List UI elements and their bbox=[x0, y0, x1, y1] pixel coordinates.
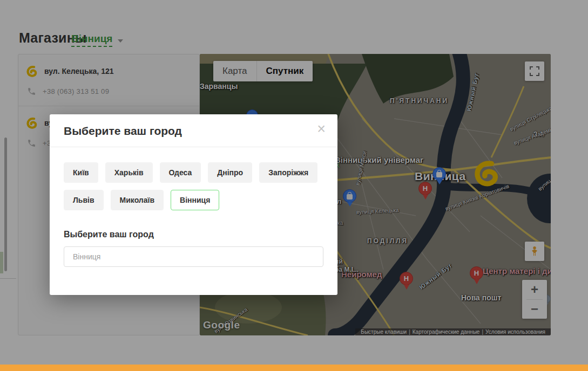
city-button-kharkiv[interactable]: Харьків bbox=[105, 162, 153, 183]
city-input-label: Выберите ваш город bbox=[64, 230, 323, 239]
city-button-lviv[interactable]: Львів bbox=[64, 190, 104, 210]
modal-header: Выберите ваш город × bbox=[50, 114, 337, 147]
city-button-zaporizhzhia[interactable]: Запоріжжя bbox=[259, 162, 317, 183]
city-picker-modal: Выберите ваш город × Київ Харьків Одеса … bbox=[50, 114, 337, 295]
city-button-dnipro[interactable]: Дніпро bbox=[208, 162, 252, 183]
city-search-input[interactable] bbox=[64, 246, 323, 267]
modal-title: Выберите ваш город bbox=[64, 125, 182, 137]
close-icon[interactable]: × bbox=[317, 122, 326, 136]
city-button-vinnytsia-selected[interactable]: Вінниця bbox=[171, 190, 219, 210]
city-button-mykolaiv[interactable]: Миколаїв bbox=[111, 190, 164, 210]
footer-accent-bar bbox=[0, 365, 588, 371]
city-buttons-group: Київ Харьків Одеса Дніпро Запоріжжя Льві… bbox=[50, 147, 337, 217]
city-button-kyiv[interactable]: Київ bbox=[64, 162, 98, 183]
city-button-odesa[interactable]: Одеса bbox=[160, 162, 201, 183]
store-locator-page: Магазины Вінниця вул. Келецька, 121 +38 … bbox=[0, 0, 588, 371]
